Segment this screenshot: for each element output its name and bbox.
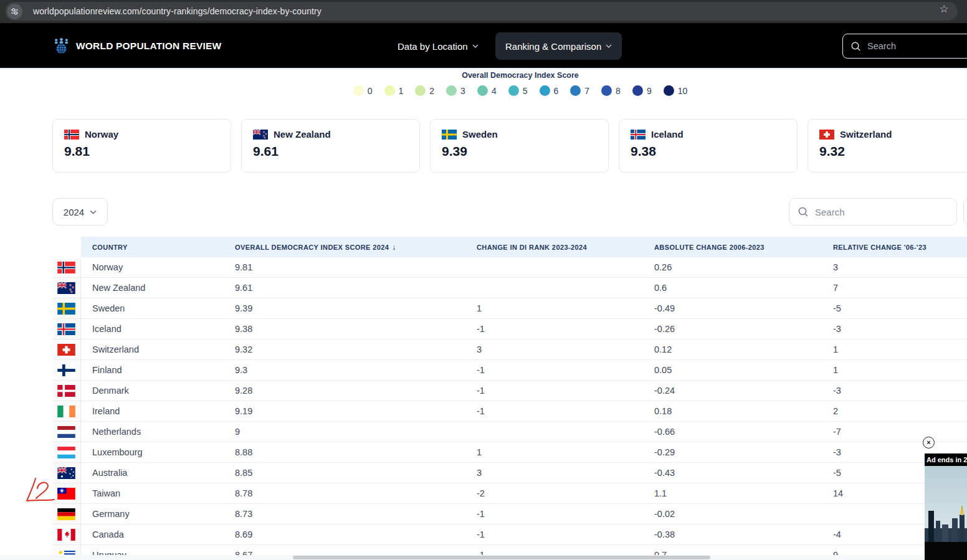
country-name-cell[interactable]: Sweden bbox=[81, 298, 224, 318]
legend-value-label: 3 bbox=[460, 86, 465, 96]
country-name-cell[interactable]: Denmark bbox=[81, 381, 224, 401]
country-name-cell[interactable]: Netherlands bbox=[81, 422, 224, 442]
table-row[interactable]: Switzerland 9.32 3 0.12 1 bbox=[52, 339, 967, 360]
table-header-row: COUNTRY OVERALL DEMOCRACY INDEX SCORE 20… bbox=[52, 237, 967, 257]
card-country-name: Iceland bbox=[651, 129, 684, 140]
legend-value-label: 0 bbox=[368, 86, 373, 96]
flag-sweden-icon bbox=[57, 303, 75, 315]
brand-name: WORLD POPULATION REVIEW bbox=[76, 40, 221, 51]
legend-value-label: 4 bbox=[492, 86, 497, 96]
country-score-card[interactable]: Iceland 9.38 bbox=[619, 119, 798, 173]
absolute-change-cell: 1.1 bbox=[643, 483, 822, 503]
site-logo[interactable]: WORLD POPULATION REVIEW bbox=[52, 37, 221, 55]
card-country-name: New Zealand bbox=[274, 129, 331, 140]
top-country-cards: Norway 9.81 New Zealand 9.61 Sweden 9.39… bbox=[52, 119, 967, 173]
legend-item: 4 bbox=[477, 85, 497, 96]
ad-banner[interactable]: Ad ends in 2 bbox=[925, 453, 967, 560]
absolute-change-cell: 0.18 bbox=[643, 401, 822, 421]
ad-countdown-label: Ad ends in 2 bbox=[925, 453, 967, 466]
card-header: Switzerland bbox=[819, 129, 967, 140]
table-row[interactable]: Australia 8.85 3 -0.43 -5 bbox=[52, 463, 967, 483]
country-name-cell[interactable]: Switzerland bbox=[81, 339, 224, 359]
country-name-cell[interactable]: Ireland bbox=[81, 401, 224, 421]
table-row[interactable]: Finland 9.3 -1 0.05 1 bbox=[52, 360, 967, 381]
rank-change-cell: -1 bbox=[465, 360, 643, 380]
score-cell: 9.61 bbox=[224, 278, 465, 298]
star-icon[interactable]: ☆ bbox=[938, 4, 950, 15]
column-header-relative-change[interactable]: RELATIVE CHANGE '06-'23 bbox=[822, 237, 967, 257]
horizontal-scrollbar-thumb[interactable] bbox=[293, 556, 710, 559]
country-name-cell[interactable]: Australia bbox=[81, 463, 224, 483]
absolute-change-cell: -0.29 bbox=[643, 442, 822, 462]
country-name-cell[interactable]: Finland bbox=[81, 360, 224, 380]
table-row[interactable]: Canada 8.69 -1 -0.38 -4 bbox=[52, 524, 967, 545]
country-score-card[interactable]: Sweden 9.39 bbox=[430, 119, 609, 173]
clipped-control-button[interactable] bbox=[963, 198, 967, 225]
column-header-country[interactable]: COUNTRY bbox=[81, 237, 224, 257]
table-row[interactable]: Denmark 9.28 -1 -0.24 -3 bbox=[52, 381, 967, 401]
ad-close-button[interactable]: × bbox=[923, 437, 935, 448]
tune-icon bbox=[11, 7, 19, 16]
country-name-cell[interactable]: Luxembourg bbox=[81, 442, 224, 462]
legend-value-label: 6 bbox=[554, 86, 559, 96]
flag-cell bbox=[52, 381, 81, 401]
column-header-rank-change[interactable]: CHANGE IN DI RANK 2023-2024 bbox=[465, 237, 643, 257]
column-header-absolute-change[interactable]: ABSOLUTE CHANGE 2006-2023 bbox=[643, 237, 822, 257]
country-score-card[interactable]: Norway 9.81 bbox=[52, 119, 231, 173]
site-header: WORLD POPULATION REVIEW Data by Location… bbox=[0, 23, 967, 69]
country-name-cell[interactable]: Germany bbox=[81, 504, 224, 524]
sort-descending-icon[interactable]: ↓ bbox=[392, 243, 396, 252]
table-row[interactable]: Germany 8.73 -1 -0.02 bbox=[52, 504, 967, 524]
table-row[interactable]: Iceland 9.38 -1 -0.26 -3 bbox=[52, 319, 967, 339]
country-score-card[interactable]: Switzerland 9.32 bbox=[807, 119, 967, 173]
country-name-cell[interactable]: New Zealand bbox=[81, 278, 224, 298]
ad-skyline-image[interactable] bbox=[925, 466, 967, 542]
score-cell: 9.39 bbox=[224, 298, 465, 318]
legend-item: 5 bbox=[508, 85, 528, 96]
card-header: Norway bbox=[64, 129, 219, 140]
table-row[interactable]: New Zealand 9.61 0.6 7 bbox=[52, 278, 967, 298]
table-row[interactable]: Netherlands 9 -0.66 -7 bbox=[52, 422, 967, 442]
address-box[interactable]: worldpopulationreview.com/country-rankin… bbox=[5, 2, 958, 21]
site-settings-button[interactable] bbox=[7, 4, 22, 19]
country-name-cell[interactable]: Iceland bbox=[81, 319, 224, 339]
search-icon bbox=[798, 206, 809, 217]
column-header-score[interactable]: OVERALL DEMOCRACY INDEX SCORE 2024 ↓ bbox=[224, 237, 465, 257]
legend-value-label: 10 bbox=[678, 86, 688, 96]
country-name-cell[interactable]: Taiwan bbox=[81, 483, 224, 503]
nav-item-label: Ranking & Comparison bbox=[505, 41, 601, 52]
nav-ranking-comparison[interactable]: Ranking & Comparison bbox=[495, 32, 622, 60]
chevron-down-icon bbox=[472, 44, 479, 48]
url-text[interactable]: worldpopulationreview.com/country-rankin… bbox=[33, 6, 322, 16]
absolute-change-cell: -0.38 bbox=[643, 524, 822, 544]
column-label: OVERALL DEMOCRACY INDEX SCORE 2024 bbox=[235, 244, 389, 251]
table-body: Norway 9.81 0.26 3 New Zealand 9.61 0.6 … bbox=[52, 257, 967, 560]
table-row[interactable]: Luxembourg 8.88 1 -0.29 -3 bbox=[52, 442, 967, 463]
nav-data-by-location[interactable]: Data by Location bbox=[398, 23, 479, 69]
country-name-cell[interactable]: Canada bbox=[81, 524, 224, 544]
relative-change-cell: 3 bbox=[822, 257, 967, 277]
table-row[interactable]: Ireland 9.19 -1 0.18 2 bbox=[52, 401, 967, 422]
legend-color-dot bbox=[601, 85, 612, 96]
card-score-value: 9.38 bbox=[631, 144, 786, 159]
nav-search-input[interactable] bbox=[867, 41, 942, 51]
relative-change-cell: 1 bbox=[822, 339, 967, 359]
year-select[interactable]: 2024 bbox=[52, 198, 108, 225]
rank-change-cell: -1 bbox=[465, 381, 643, 401]
table-row[interactable]: Sweden 9.39 1 -0.49 -5 bbox=[52, 298, 967, 319]
table-row[interactable]: Taiwan 8.78 -2 1.1 14 bbox=[52, 483, 967, 504]
table-search-box[interactable] bbox=[789, 198, 957, 225]
score-cell: 9.38 bbox=[224, 319, 465, 339]
legend-item: 9 bbox=[632, 85, 652, 96]
legend-value-label: 2 bbox=[429, 86, 434, 96]
flag-cell bbox=[52, 298, 81, 318]
score-cell: 8.73 bbox=[224, 504, 465, 524]
rank-change-cell: -1 bbox=[465, 401, 643, 421]
table-row[interactable]: Norway 9.81 0.26 3 bbox=[52, 257, 967, 278]
nav-search-box[interactable] bbox=[842, 34, 967, 59]
relative-change-cell: -3 bbox=[822, 381, 967, 401]
table-search-input[interactable] bbox=[815, 207, 933, 217]
globe-people-logo-icon bbox=[52, 37, 70, 55]
country-score-card[interactable]: New Zealand 9.61 bbox=[241, 119, 420, 173]
country-name-cell[interactable]: Norway bbox=[81, 257, 224, 277]
